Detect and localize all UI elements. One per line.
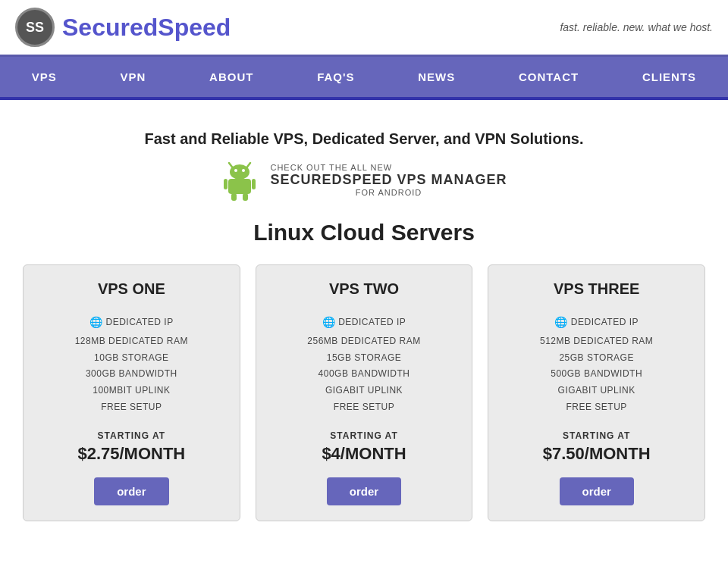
vps-two-starting-at: STARTING AT [268, 430, 461, 441]
android-for-android: FOR ANDROID [270, 188, 507, 197]
svg-rect-5 [228, 179, 251, 194]
vps-one-feat-0: DEDICATED IP [106, 314, 174, 331]
vps-two-feat-1: 256MB DEDICATED RAM [268, 333, 461, 350]
vps-three-starting-at: STARTING AT [500, 430, 693, 441]
nav-item-vps[interactable]: VPS [17, 57, 72, 97]
vps-three-order-button[interactable]: order [560, 477, 634, 505]
vps-two-order-button[interactable]: order [327, 477, 401, 505]
vps-one-feat-5: FREE SETUP [35, 399, 228, 416]
vps-three-features: 🌐 DEDICATED IP 512MB DEDICATED RAM 25GB … [500, 313, 693, 415]
svg-rect-7 [252, 179, 256, 189]
android-check-out: CHECK OUT THE ALL NEW [270, 163, 507, 172]
svg-point-3 [234, 169, 237, 172]
vps-three-feat-5: FREE SETUP [500, 399, 693, 416]
logo-text: SecuredSpeed [62, 14, 231, 42]
vps-card-three: VPS THREE 🌐 DEDICATED IP 512MB DEDICATED… [488, 264, 705, 521]
vps-three-feat-2: 25GB STORAGE [500, 350, 693, 367]
vps-one-order-button[interactable]: order [94, 477, 168, 505]
flag-icon-1: 🌐 [89, 313, 103, 332]
vps-three-feat-0: DEDICATED IP [571, 314, 639, 331]
vps-two-features: 🌐 DEDICATED IP 256MB DEDICATED RAM 15GB … [268, 313, 461, 415]
header-tagline: fast. reliable. new. what we host. [560, 21, 713, 33]
vps-one-feat-3: 300GB BANDWIDTH [35, 366, 228, 383]
android-icon [221, 159, 259, 201]
svg-rect-9 [243, 193, 248, 201]
svg-rect-6 [224, 179, 228, 189]
logo-ss-text: SS [26, 20, 44, 36]
vps-one-starting-at: STARTING AT [35, 430, 228, 441]
svg-point-4 [242, 169, 245, 172]
vps-two-feat-2: 15GB STORAGE [268, 350, 461, 367]
vps-one-feat-1: 128MB DEDICATED RAM [35, 333, 228, 350]
android-promo: CHECK OUT THE ALL NEW SECUREDSPEED VPS M… [15, 159, 713, 201]
logo-secured: Secured [62, 14, 158, 41]
logo-speed: Speed [158, 14, 231, 41]
section-title: Linux Cloud Servers [15, 220, 713, 246]
vps-one-features: 🌐 DEDICATED IP 128MB DEDICATED RAM 10GB … [35, 313, 228, 415]
nav-item-news[interactable]: NEWS [403, 57, 470, 97]
vps-one-title: VPS ONE [35, 280, 228, 298]
vps-cards: VPS ONE 🌐 DEDICATED IP 128MB DEDICATED R… [15, 264, 713, 521]
vps-card-two: VPS TWO 🌐 DEDICATED IP 256MB DEDICATED R… [256, 264, 473, 521]
vps-one-feat-4: 100Mbit UPLINK [35, 383, 228, 399]
vps-card-one: VPS ONE 🌐 DEDICATED IP 128MB DEDICATED R… [23, 264, 240, 521]
svg-point-2 [230, 164, 249, 180]
logo-icon: SS [15, 8, 55, 47]
vps-two-title: VPS TWO [268, 280, 461, 298]
vps-two-feat-5: FREE SETUP [268, 399, 461, 416]
header: SS SecuredSpeed fast. reliable. new. wha… [0, 0, 728, 57]
main-content: Fast and Reliable VPS, Dedicated Server,… [0, 100, 728, 536]
vps-two-feat-0: DEDICATED IP [338, 314, 406, 331]
vps-two-feat-4: GIGABIT UPLINK [268, 383, 461, 399]
nav: VPS VPN ABOUT FAQ'S NEWS CONTACT CLIENTS [0, 57, 728, 97]
android-text: CHECK OUT THE ALL NEW SECUREDSPEED VPS M… [270, 163, 507, 197]
nav-item-about[interactable]: ABOUT [194, 57, 268, 97]
flag-icon-2: 🌐 [322, 313, 336, 332]
vps-one-feat-2: 10GB STORAGE [35, 350, 228, 367]
vps-three-feat-4: GIGABIT UPLINK [500, 383, 693, 399]
vps-two-feat-3: 400GB BANDWIDTH [268, 366, 461, 383]
vps-three-feat-3: 500GB BANDWIDTH [500, 366, 693, 383]
logo-area: SS SecuredSpeed [15, 8, 231, 47]
flag-icon-3: 🌐 [554, 313, 568, 332]
vps-three-feat-1: 512MB DEDICATED RAM [500, 333, 693, 350]
main-tagline: Fast and Reliable VPS, Dedicated Server,… [15, 130, 713, 148]
nav-item-vpn[interactable]: VPN [105, 57, 162, 97]
nav-item-contact[interactable]: CONTACT [504, 57, 594, 97]
vps-one-price: $2.75/MONTH [35, 444, 228, 464]
android-app-name: SECUREDSPEED VPS MANAGER [270, 172, 507, 188]
vps-two-price: $4/MONTH [268, 444, 461, 464]
nav-item-faqs[interactable]: FAQ'S [302, 57, 369, 97]
svg-rect-8 [231, 193, 237, 201]
nav-item-clients[interactable]: CLIENTS [627, 57, 711, 97]
vps-three-price: $7.50/MONTH [500, 444, 693, 464]
vps-three-title: VPS THREE [500, 280, 693, 298]
